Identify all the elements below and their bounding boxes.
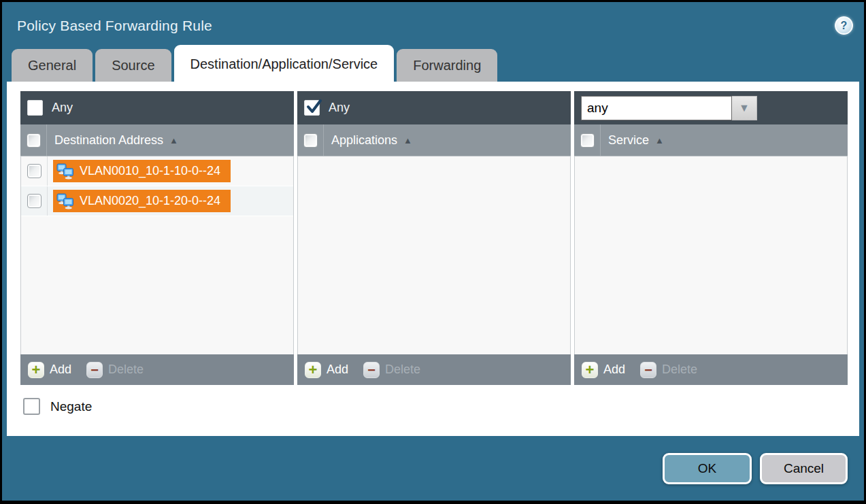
columns-container: Any Destination Address ▲ — [20, 91, 848, 385]
delete-icon[interactable]: − — [86, 362, 103, 378]
destination-any-checkbox[interactable] — [27, 100, 43, 116]
destination-address-entry[interactable]: VLAN0010_10-1-10-0--24 — [53, 160, 231, 182]
negate-checkbox[interactable] — [23, 398, 40, 415]
applications-header-text: Applications — [331, 133, 397, 148]
add-button[interactable]: Add — [603, 363, 625, 377]
row-cbcell — [21, 186, 48, 216]
network-address-icon — [56, 193, 74, 209]
help-icon[interactable]: ? — [835, 16, 853, 35]
dialog-action-bar: OK Cancel — [2, 436, 864, 501]
tab-source[interactable]: Source — [95, 49, 171, 82]
row-checkbox[interactable] — [27, 164, 41, 178]
dialog-title: Policy Based Forwarding Rule — [17, 18, 212, 34]
add-button[interactable]: Add — [50, 363, 71, 377]
row-cbcell — [21, 156, 48, 186]
destination-address-entry[interactable]: VLAN0020_10-1-20-0--24 — [53, 190, 231, 212]
service-type-input[interactable] — [581, 96, 732, 120]
destination-address-list: VLAN0010_10-1-10-0--24 — [20, 156, 294, 354]
destination-any-bar: Any — [20, 91, 294, 124]
cancel-button[interactable]: Cancel — [760, 453, 848, 484]
applications-header-label[interactable]: Applications ▲ — [331, 133, 412, 148]
destination-footer: + Add − Delete — [20, 354, 294, 385]
destination-address-column: Any Destination Address ▲ — [20, 91, 294, 385]
tab-content: Any Destination Address ▲ — [7, 82, 859, 436]
dialog-titlebar: Policy Based Forwarding Rule ? — [2, 2, 864, 45]
service-footer: + Add − Delete — [574, 354, 848, 385]
add-icon[interactable]: + — [28, 362, 44, 378]
service-header-label[interactable]: Service ▲ — [608, 133, 664, 148]
check-icon — [305, 98, 323, 116]
tab-destination-application-service[interactable]: Destination/Application/Service — [174, 45, 395, 82]
service-header-text: Service — [608, 133, 649, 148]
negate-label: Negate — [50, 399, 92, 414]
destination-column-header: Destination Address ▲ — [20, 124, 294, 156]
service-type-combobox: ▼ — [581, 96, 757, 120]
sort-asc-icon[interactable]: ▲ — [655, 136, 664, 145]
destination-address-text: VLAN0020_10-1-20-0--24 — [80, 194, 220, 208]
policy-based-forwarding-dialog: Policy Based Forwarding Rule ? General S… — [2, 2, 864, 501]
add-icon[interactable]: + — [305, 362, 321, 378]
add-icon[interactable]: + — [582, 362, 598, 378]
negate-row: Negate — [23, 398, 848, 415]
applications-select-all-checkbox[interactable] — [303, 133, 318, 148]
delete-icon[interactable]: − — [640, 362, 656, 378]
destination-header-label[interactable]: Destination Address ▲ — [54, 133, 178, 148]
applications-any-label: Any — [329, 101, 350, 115]
destination-any-label: Any — [52, 101, 73, 115]
service-column-header: Service ▲ — [574, 124, 848, 156]
sort-asc-icon[interactable]: ▲ — [169, 136, 178, 145]
delete-button[interactable]: Delete — [108, 363, 144, 377]
applications-header-cbcell — [297, 124, 324, 156]
tab-bar: General Source Destination/Application/S… — [2, 45, 864, 82]
service-dropdown-bar: ▼ — [574, 91, 848, 124]
table-row: VLAN0020_10-1-20-0--24 — [21, 186, 293, 216]
service-list — [574, 156, 848, 354]
applications-any-bar: Any — [297, 91, 571, 124]
destination-header-cbcell — [20, 124, 47, 156]
table-row: VLAN0010_10-1-10-0--24 — [21, 156, 293, 186]
destination-address-text: VLAN0010_10-1-10-0--24 — [80, 164, 220, 178]
applications-column-header: Applications ▲ — [297, 124, 571, 156]
applications-any-checkbox[interactable] — [304, 100, 320, 116]
service-select-all-checkbox[interactable] — [580, 133, 595, 148]
row-checkbox[interactable] — [27, 194, 41, 208]
ok-button[interactable]: OK — [663, 453, 752, 484]
network-address-icon — [56, 163, 74, 180]
destination-header-text: Destination Address — [54, 133, 163, 148]
applications-footer: + Add − Delete — [297, 354, 571, 385]
delete-button[interactable]: Delete — [385, 363, 420, 377]
sort-asc-icon[interactable]: ▲ — [403, 136, 412, 145]
chevron-down-icon[interactable]: ▼ — [732, 96, 757, 120]
applications-column: Any Applications ▲ + Add − Delete — [297, 91, 571, 385]
destination-select-all-checkbox[interactable] — [27, 133, 41, 148]
delete-button[interactable]: Delete — [662, 363, 697, 377]
tab-forwarding[interactable]: Forwarding — [397, 49, 497, 82]
service-header-cbcell — [574, 124, 601, 156]
delete-icon[interactable]: − — [363, 362, 380, 378]
applications-list — [297, 156, 571, 354]
tab-general[interactable]: General — [12, 49, 93, 82]
add-button[interactable]: Add — [327, 363, 348, 377]
service-column: ▼ Service ▲ + Add − Del — [574, 91, 848, 385]
